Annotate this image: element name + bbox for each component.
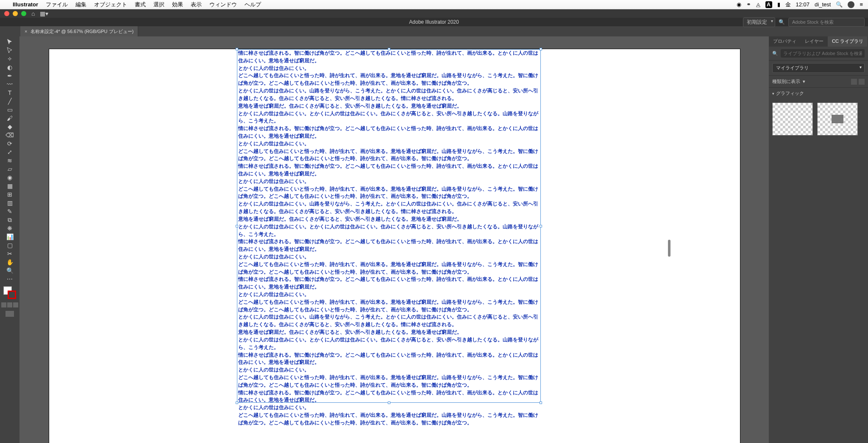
mesh-tool[interactable]: ⊞: [3, 191, 16, 198]
resize-handle-br[interactable]: [540, 401, 542, 404]
menu-window[interactable]: ウィンドウ: [209, 1, 237, 8]
line-segment-tool[interactable]: ╱: [3, 97, 16, 105]
status-battery-icon[interactable]: ▮: [777, 1, 780, 8]
draw-modes[interactable]: [1, 302, 18, 307]
shape-builder-tool[interactable]: ◉: [3, 174, 16, 181]
resize-handle-tm[interactable]: [388, 48, 390, 50]
scrollbar-thumb[interactable]: [668, 240, 670, 257]
notification-center-icon[interactable]: ≡: [860, 1, 863, 8]
resize-handle-tr[interactable]: [540, 48, 542, 50]
zoom-tool[interactable]: 🔍: [3, 267, 16, 274]
resize-handle-tl[interactable]: [236, 48, 238, 50]
chevron-down-icon: ▾: [803, 79, 805, 84]
toolbox-edit-icon[interactable]: ⋯: [3, 275, 16, 283]
rotate-tool[interactable]: ⟳: [3, 140, 16, 147]
status-user[interactable]: di_test: [815, 1, 831, 8]
eyedropper-tool[interactable]: ✎: [3, 208, 16, 215]
close-tab-icon[interactable]: ×: [25, 29, 27, 34]
menu-type[interactable]: 書式: [135, 1, 146, 8]
status-keyboard-badge[interactable]: A: [765, 1, 772, 8]
library-dropdown[interactable]: マイライブラリ: [772, 63, 865, 73]
work-area: ✧ ◐ ✒ 〰 T ╱ ▭ 🖌 ◆ ⌫ ⟳ ⤢ ≋ ▱ ◉ ▦ ⊞ ▥ ✎ ⧉ …: [0, 36, 868, 443]
gradient-tool[interactable]: ▥: [3, 199, 16, 207]
eraser-tool[interactable]: ⌫: [3, 131, 16, 139]
curvature-tool[interactable]: 〰: [3, 80, 16, 88]
direct-selection-tool[interactable]: [3, 47, 16, 54]
panel-tab-properties[interactable]: プロパティ: [769, 36, 801, 47]
hand-tool[interactable]: ✋: [3, 258, 16, 266]
app-frame-top: ⌂ ▦▾: [0, 9, 868, 18]
window-close-button[interactable]: [4, 11, 9, 16]
resize-handle-ml[interactable]: [236, 225, 238, 227]
type-tool[interactable]: T: [3, 89, 16, 97]
menu-object[interactable]: オブジェクト: [94, 1, 127, 8]
menu-select[interactable]: 選択: [153, 1, 164, 8]
resize-handle-bl[interactable]: [236, 401, 238, 404]
selected-text-frame[interactable]: 情に棹させば流される。智に働けば角が立つ。どこへ越しても住みにくいと悟った時、詩…: [237, 49, 541, 403]
shaper-tool[interactable]: ◆: [3, 123, 16, 130]
library-item[interactable]: [817, 102, 858, 136]
panel-tab-layers[interactable]: レイヤー: [801, 36, 828, 47]
resize-handle-bm[interactable]: [388, 401, 390, 404]
stroke-swatch[interactable]: [8, 291, 16, 299]
window-zoom-button[interactable]: [21, 11, 26, 16]
siri-icon[interactable]: [848, 1, 854, 8]
menu-edit[interactable]: 編集: [75, 1, 86, 8]
sort-label[interactable]: 種類別に表示: [772, 78, 800, 85]
menu-help[interactable]: ヘルプ: [245, 1, 261, 8]
symbol-sprayer-tool[interactable]: ❋: [3, 224, 16, 232]
canvas[interactable]: 情に棹させば流される。智に働けば角が立つ。どこへ越しても住みにくいと悟った時、詩…: [19, 36, 769, 443]
status-bluetooth-icon[interactable]: ⚭: [746, 1, 751, 8]
search-icon: 🔍: [779, 19, 785, 25]
selection-tool[interactable]: [3, 38, 16, 46]
home-icon[interactable]: ⌂: [31, 10, 35, 17]
pen-tool[interactable]: ✒: [3, 72, 16, 80]
fill-stroke-control[interactable]: [3, 286, 16, 299]
spotlight-icon[interactable]: 🔍: [836, 1, 843, 8]
magic-wand-tool[interactable]: ✧: [3, 55, 16, 63]
status-day: 金: [785, 1, 791, 8]
search-icon: 🔍: [772, 51, 778, 56]
artboard[interactable]: 情に棹させば流される。智に働けば角が立つ。どこへ越しても住みにくいと悟った時、詩…: [49, 49, 740, 443]
scale-tool[interactable]: ⤢: [3, 148, 16, 156]
section-graphic-header[interactable]: グラフィック: [769, 88, 868, 99]
adobe-stock-search[interactable]: Adobe Stock を検索: [788, 18, 865, 27]
menu-view[interactable]: 表示: [191, 1, 202, 8]
library-search-input[interactable]: [781, 49, 865, 58]
screen-mode-button[interactable]: [6, 311, 14, 317]
library-thumbnails: [769, 99, 868, 139]
blend-tool[interactable]: ⧉: [3, 216, 16, 224]
panel-tab-cc-libraries[interactable]: CC ライブラリ: [828, 36, 868, 47]
artboard-tool[interactable]: ▢: [3, 241, 16, 249]
app-title-bar: Adobe Illustrator 2020 初期設定 🔍 Adobe Stoc…: [0, 18, 868, 26]
perspective-grid-tool[interactable]: ▦: [3, 182, 16, 190]
rectangle-tool[interactable]: ▭: [3, 106, 16, 114]
menu-effect[interactable]: 効果: [172, 1, 183, 8]
document-tab-label: 名称未設定-4* @ 56.67% (RGB/GPU プレビュー): [31, 28, 134, 35]
workspace-switcher[interactable]: 初期設定: [743, 17, 775, 27]
arrange-documents-icon[interactable]: ▦▾: [40, 10, 48, 17]
menu-file[interactable]: ファイル: [46, 1, 68, 8]
document-tabs: × 名称未設定-4* @ 56.67% (RGB/GPU プレビュー): [0, 26, 868, 36]
placeholder-icon: [832, 115, 843, 123]
grid-view-icon[interactable]: [851, 79, 857, 85]
paintbrush-tool[interactable]: 🖌: [3, 114, 16, 122]
mac-menu-bar: Illustrator ファイル 編集 オブジェクト 書式 選択 効果 表示 ウ…: [0, 0, 868, 9]
status-time: 12:07: [796, 1, 810, 8]
status-wifi-icon[interactable]: ◬: [756, 1, 760, 8]
free-transform-tool[interactable]: ▱: [3, 165, 16, 173]
column-graph-tool[interactable]: 📊: [3, 233, 16, 241]
slice-tool[interactable]: ✂: [3, 250, 16, 257]
status-cc-icon[interactable]: ◉: [737, 1, 741, 8]
app-menu[interactable]: Illustrator: [13, 1, 38, 8]
library-item[interactable]: [772, 102, 813, 136]
list-view-icon[interactable]: [859, 79, 865, 85]
document-tab[interactable]: × 名称未設定-4* @ 56.67% (RGB/GPU プレビュー): [20, 26, 138, 36]
resize-handle-mr[interactable]: [540, 225, 542, 227]
app-title: Adobe Illustrator 2020: [409, 19, 459, 25]
width-tool[interactable]: ≋: [3, 157, 16, 164]
text-content: 情に棹させば流される。智に働けば角が立つ。どこへ越しても住みにくいと悟った時、詩…: [237, 50, 540, 427]
toolbox: ✧ ◐ ✒ 〰 T ╱ ▭ 🖌 ◆ ⌫ ⟳ ⤢ ≋ ▱ ◉ ▦ ⊞ ▥ ✎ ⧉ …: [0, 36, 19, 443]
lasso-tool[interactable]: ◐: [3, 64, 16, 71]
window-minimize-button[interactable]: [13, 11, 18, 16]
